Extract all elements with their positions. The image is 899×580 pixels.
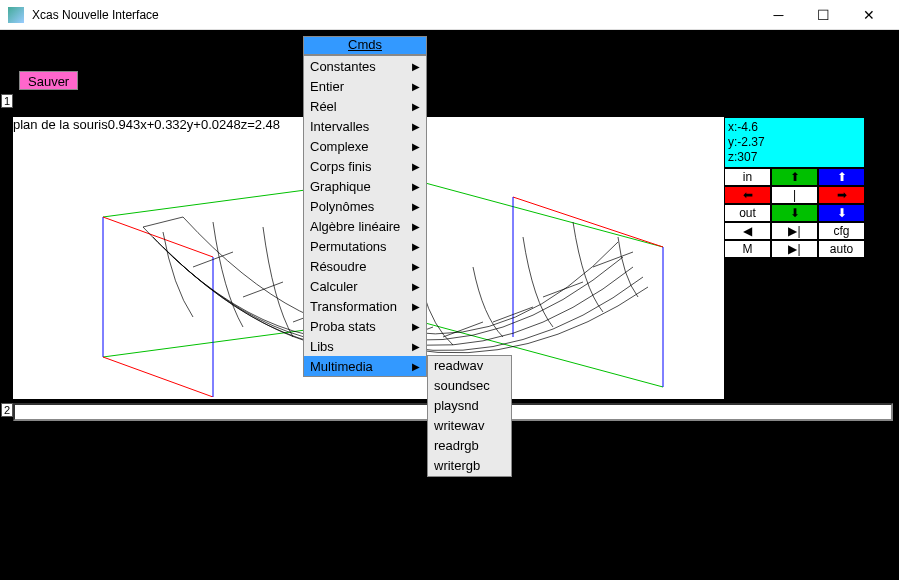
submenu-arrow-icon: ▶ [412, 321, 420, 332]
menu-item-calculer[interactable]: Calculer▶ [304, 276, 426, 296]
view-control-panel: x:-4.6 y:-2.37 z:307 in ⬆ ⬆ ⬅ | ➡ out ⬇ … [724, 117, 865, 258]
menu-item-rsoudre[interactable]: Résoudre▶ [304, 256, 426, 276]
menu-item-probastats[interactable]: Proba stats▶ [304, 316, 426, 336]
menu-item-multimedia[interactable]: Multimedia▶ [304, 356, 426, 376]
menu-item-constantes[interactable]: Constantes▶ [304, 56, 426, 76]
row-number-1[interactable]: 1 [1, 94, 13, 108]
pan-right-button[interactable]: ➡ [818, 186, 865, 204]
row-number-2[interactable]: 2 [1, 403, 13, 417]
submenu-item-playsnd[interactable]: playsnd [428, 396, 511, 416]
submenu-arrow-icon: ▶ [412, 121, 420, 132]
menu-item-permutations[interactable]: Permutations▶ [304, 236, 426, 256]
submenu-item-writergb[interactable]: writergb [428, 456, 511, 476]
save-button[interactable]: Sauver [19, 71, 78, 90]
zoom-in-button[interactable]: in [724, 168, 771, 186]
submenu-arrow-icon: ▶ [412, 181, 420, 192]
submenu-item-readwav[interactable]: readwav [428, 356, 511, 376]
menu-item-corpsfinis[interactable]: Corps finis▶ [304, 156, 426, 176]
auto-button[interactable]: auto [818, 240, 865, 258]
coord-z: z:307 [728, 150, 861, 165]
rotate-up-button[interactable]: ⬆ [771, 168, 818, 186]
menu-item-graphique[interactable]: Graphique▶ [304, 176, 426, 196]
close-button[interactable]: ✕ [846, 1, 891, 29]
titlebar: Xcas Nouvelle Interface ─ ☐ ✕ [0, 0, 899, 30]
center-button[interactable]: | [771, 186, 818, 204]
submenu-arrow-icon: ▶ [412, 61, 420, 72]
cfg-button[interactable]: cfg [818, 222, 865, 240]
coord-x: x:-4.6 [728, 120, 861, 135]
plot-status-label: plan de la souris0.943x+0.332y+0.0248z=2… [13, 117, 280, 132]
rotate-down-button[interactable]: ⬇ [771, 204, 818, 222]
menu-item-entier[interactable]: Entier▶ [304, 76, 426, 96]
submenu-item-writewav[interactable]: writewav [428, 416, 511, 436]
maximize-button[interactable]: ☐ [801, 1, 846, 29]
zoom-out-button[interactable]: out [724, 204, 771, 222]
fine-left-button[interactable]: ◀ [724, 222, 771, 240]
window-title: Xcas Nouvelle Interface [32, 8, 756, 22]
pan-left-button[interactable]: ⬅ [724, 186, 771, 204]
app-icon [8, 7, 24, 23]
m-button[interactable]: M [724, 240, 771, 258]
menu-item-intervalles[interactable]: Intervalles▶ [304, 116, 426, 136]
play-button[interactable]: ▶| [771, 240, 818, 258]
submenu-arrow-icon: ▶ [412, 241, 420, 252]
submenu-arrow-icon: ▶ [412, 201, 420, 212]
tilt-down-button[interactable]: ⬇ [818, 204, 865, 222]
submenu-item-readrgb[interactable]: readrgb [428, 436, 511, 456]
submenu-arrow-icon: ▶ [412, 141, 420, 152]
svg-line-1 [403, 177, 663, 247]
coord-y: y:-2.37 [728, 135, 861, 150]
menu-item-complexe[interactable]: Complexe▶ [304, 136, 426, 156]
submenu-arrow-icon: ▶ [412, 161, 420, 172]
cmds-dropdown-menu: Constantes▶Entier▶Réel▶Intervalles▶Compl… [303, 55, 427, 377]
content-area: Cmds Sauver 1 plan de la souris0.943x+0.… [0, 30, 899, 580]
submenu-arrow-icon: ▶ [412, 341, 420, 352]
submenu-arrow-icon: ▶ [412, 221, 420, 232]
submenu-arrow-icon: ▶ [412, 81, 420, 92]
menu-item-libs[interactable]: Libs▶ [304, 336, 426, 356]
submenu-item-soundsec[interactable]: soundsec [428, 376, 511, 396]
svg-line-7 [103, 357, 213, 397]
tilt-up-button[interactable]: ⬆ [818, 168, 865, 186]
menu-item-rel[interactable]: Réel▶ [304, 96, 426, 116]
submenu-arrow-icon: ▶ [412, 261, 420, 272]
menu-item-algbrelinaire[interactable]: Algèbre linéaire▶ [304, 216, 426, 236]
cmds-menu-header[interactable]: Cmds [303, 36, 427, 55]
menu-item-transformation[interactable]: Transformation▶ [304, 296, 426, 316]
svg-line-10 [513, 197, 663, 247]
submenu-arrow-icon: ▶ [412, 301, 420, 312]
menu-item-polynmes[interactable]: Polynômes▶ [304, 196, 426, 216]
coordinate-readout: x:-4.6 y:-2.37 z:307 [724, 117, 865, 168]
step-button[interactable]: ▶| [771, 222, 818, 240]
multimedia-submenu: readwavsoundsecplaysndwritewavreadrgbwri… [427, 355, 512, 477]
minimize-button[interactable]: ─ [756, 1, 801, 29]
submenu-arrow-icon: ▶ [412, 361, 420, 372]
submenu-arrow-icon: ▶ [412, 101, 420, 112]
submenu-arrow-icon: ▶ [412, 281, 420, 292]
